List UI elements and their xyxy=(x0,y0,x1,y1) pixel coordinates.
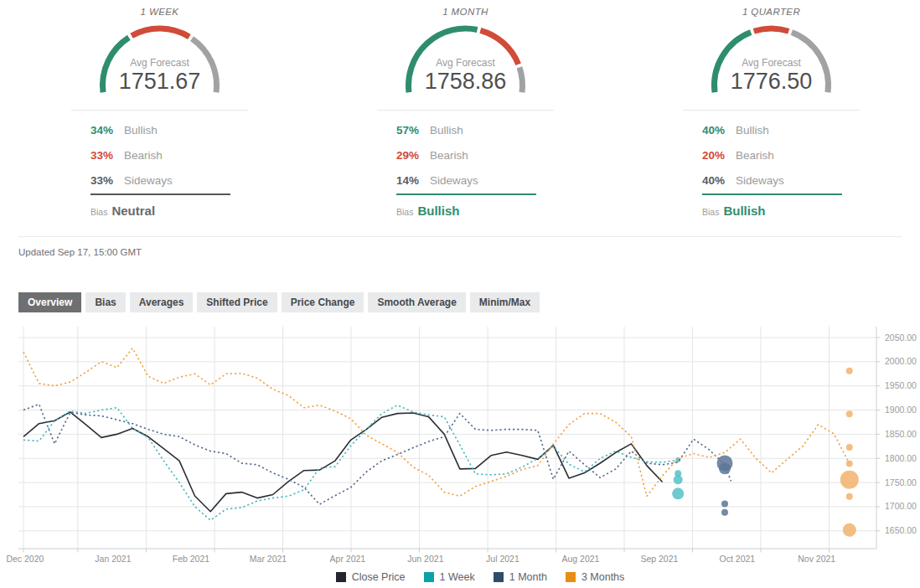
svg-text:Feb 2021: Feb 2021 xyxy=(173,554,210,564)
forecast-dot xyxy=(846,493,853,500)
legend-item-3-months[interactable]: 3 Months xyxy=(566,571,624,583)
stat-row-bullish: 34% Bullish xyxy=(90,117,246,142)
y-axis-labels: 2050.002000.001950.001900.001850.001800.… xyxy=(885,333,917,536)
bias-separator xyxy=(396,193,536,195)
forecast-dot xyxy=(674,475,683,484)
bias-label: Bias xyxy=(702,207,719,217)
svg-text:1750.00: 1750.00 xyxy=(885,477,917,487)
svg-text:1700.00: 1700.00 xyxy=(885,501,917,511)
stat-row-sideways: 14% Sideways xyxy=(396,168,551,193)
legend-item-1-month[interactable]: 1 Month xyxy=(494,571,547,583)
avg-forecast-value: 1751.67 xyxy=(71,69,248,95)
sideways-percent: 40% xyxy=(702,174,736,187)
forecast-period-title: 1 WEEK xyxy=(71,7,248,17)
svg-text:Sep 2021: Sep 2021 xyxy=(640,554,678,564)
chart-legend: Close Price 1 Week 1 Month 3 Months xyxy=(0,571,920,583)
forecast-dot xyxy=(846,410,853,417)
svg-text:Jul 2021: Jul 2021 xyxy=(486,554,519,564)
one-month-swatch-icon xyxy=(494,572,504,582)
svg-text:1650.00: 1650.00 xyxy=(885,525,917,535)
svg-text:Nov 2021: Nov 2021 xyxy=(798,554,835,564)
forecast-period-title: 1 QUARTER xyxy=(683,7,860,17)
forecast-period-title: 1 MONTH xyxy=(377,7,554,17)
updated-timestamp: Updated Sep 17, 15:00 GMT xyxy=(18,247,142,257)
bias-label: Bias xyxy=(396,207,413,217)
forecast-dot xyxy=(672,487,684,499)
avg-forecast-value: 1776.50 xyxy=(683,69,860,95)
sideways-label: Sideways xyxy=(736,174,784,187)
forecast-column-1-month: 1 MONTH Avg Forecast 1758.86 57% Bullish… xyxy=(377,0,554,226)
avg-forecast-label: Avg Forecast xyxy=(377,57,554,69)
forecast-chart[interactable]: 2050.002000.001950.001900.001850.001800.… xyxy=(0,318,920,570)
one-week-swatch-icon xyxy=(424,572,434,582)
bias-value: Bullish xyxy=(417,204,459,218)
sideways-label: Sideways xyxy=(430,174,478,187)
three-months-swatch-icon xyxy=(566,572,576,582)
bearish-label: Bearish xyxy=(430,149,468,162)
bullish-label: Bullish xyxy=(124,124,158,137)
svg-text:Mar 2021: Mar 2021 xyxy=(250,554,287,564)
section-divider xyxy=(18,236,902,237)
bias-row: Bias Bullish xyxy=(702,204,765,218)
svg-text:Aug 2021: Aug 2021 xyxy=(561,554,599,564)
bullish-percent: 34% xyxy=(90,124,124,137)
svg-text:2000.00: 2000.00 xyxy=(885,356,917,366)
svg-text:1850.00: 1850.00 xyxy=(885,429,917,439)
bearish-percent: 33% xyxy=(90,149,124,162)
forecast-dot xyxy=(721,500,728,507)
bullish-label: Bullish xyxy=(736,124,769,137)
bias-separator xyxy=(702,193,842,195)
bullish-percent: 40% xyxy=(702,124,736,137)
forecast-chart-canvas: 2050.002000.001950.001900.001850.001800.… xyxy=(0,318,920,570)
chart-gridlines xyxy=(18,327,876,549)
svg-text:Apr 2021: Apr 2021 xyxy=(330,554,366,564)
stat-row-sideways: 33% Sideways xyxy=(90,168,246,193)
svg-text:Jun 2021: Jun 2021 xyxy=(407,554,443,564)
bias-value: Neutral xyxy=(111,204,155,218)
forecast-dot xyxy=(721,509,728,516)
avg-forecast-value: 1758.86 xyxy=(377,69,554,95)
stat-row-bullish: 57% Bullish xyxy=(396,117,551,142)
tab-smooth-average[interactable]: Smooth Average xyxy=(368,292,465,312)
forecast-poll-widget: 1 WEEK Avg Forecast 1751.67 34% Bullish … xyxy=(0,0,920,588)
svg-text:Oct 2021: Oct 2021 xyxy=(720,554,756,564)
legend-item-close-price[interactable]: Close Price xyxy=(336,571,406,583)
separator xyxy=(683,110,860,111)
bias-row: Bias Neutral xyxy=(90,204,155,218)
avg-forecast-label: Avg Forecast xyxy=(71,57,248,69)
bias-separator xyxy=(90,193,230,195)
chart-tabbar: Overview Bias Averages Shifted Price Pri… xyxy=(18,292,540,312)
legend-item-1-week[interactable]: 1 Week xyxy=(424,571,475,583)
tab-shifted-price[interactable]: Shifted Price xyxy=(197,292,277,312)
svg-text:Jan 2021: Jan 2021 xyxy=(95,554,131,564)
bearish-label: Bearish xyxy=(736,149,774,162)
forecast-dot xyxy=(846,461,853,467)
svg-text:1800.00: 1800.00 xyxy=(885,453,917,463)
tab-averages[interactable]: Averages xyxy=(130,292,194,312)
stat-row-sideways: 40% Sideways xyxy=(702,168,857,193)
separator xyxy=(71,110,248,111)
sideways-label: Sideways xyxy=(124,174,173,187)
forecast-dot xyxy=(719,462,731,474)
stat-row-bearish: 20% Bearish xyxy=(702,142,857,168)
forecast-dot xyxy=(840,471,859,489)
chart-axes xyxy=(18,327,880,553)
forecast-column-1-week: 1 WEEK Avg Forecast 1751.67 34% Bullish … xyxy=(71,0,248,226)
svg-text:2050.00: 2050.00 xyxy=(885,333,917,343)
series-1-week xyxy=(23,405,684,520)
bias-value: Bullish xyxy=(723,204,765,218)
tab-bias[interactable]: Bias xyxy=(85,292,125,312)
stat-row-bearish: 29% Bearish xyxy=(396,142,551,168)
series-3-months xyxy=(23,348,859,537)
close-price-swatch-icon xyxy=(336,572,346,582)
forecast-column-1-quarter: 1 QUARTER Avg Forecast 1776.50 40% Bulli… xyxy=(683,0,860,226)
tab-minim-max[interactable]: Minim/Max xyxy=(470,292,540,312)
tab-price-change[interactable]: Price Change xyxy=(282,292,364,312)
bearish-percent: 29% xyxy=(396,149,430,162)
bearish-label: Bearish xyxy=(124,149,163,162)
forecast-dot xyxy=(846,444,853,451)
svg-text:Dec 2020: Dec 2020 xyxy=(6,554,44,564)
tab-overview[interactable]: Overview xyxy=(18,292,81,312)
sideways-percent: 33% xyxy=(90,174,124,187)
x-axis-labels: Dec 2020Jan 2021Feb 2021Mar 2021Apr 2021… xyxy=(6,554,835,564)
